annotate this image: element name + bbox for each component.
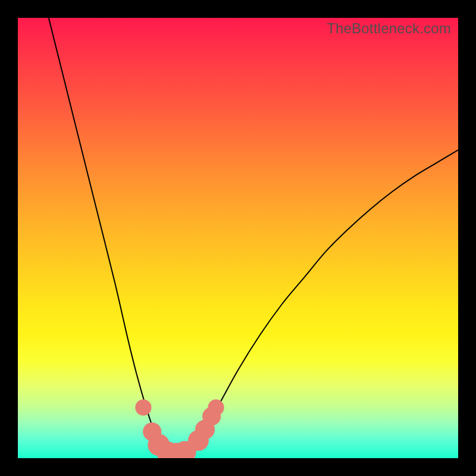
data-marker: [208, 399, 224, 415]
chart-svg: [18, 18, 458, 458]
chart-frame: TheBottleneck.com: [0, 0, 476, 476]
data-marker: [135, 399, 151, 415]
bottleneck-curve: [49, 18, 458, 454]
marker-group: [135, 399, 224, 458]
plot-area: TheBottleneck.com: [18, 18, 458, 458]
